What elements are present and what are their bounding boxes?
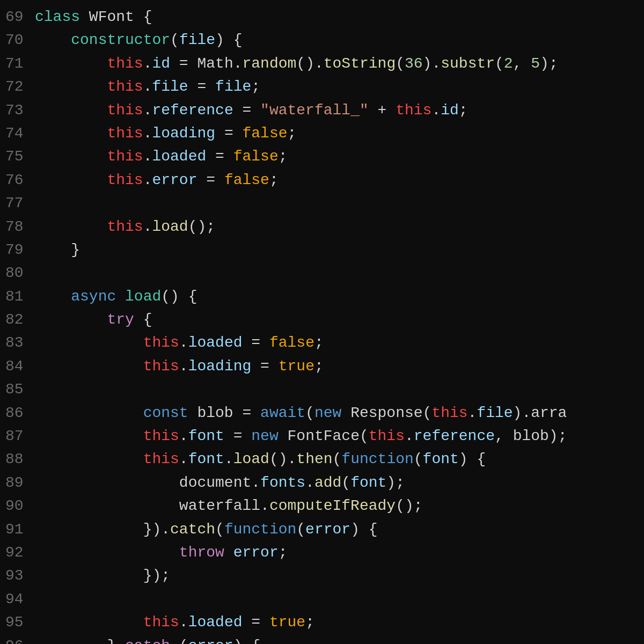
- token-this-prop: this: [431, 405, 467, 421]
- line-number: 86: [5, 401, 35, 425]
- token-plain: [35, 544, 179, 561]
- line-number: 87: [5, 425, 35, 448]
- token-plain: }: [35, 241, 80, 258]
- line-number: 90: [5, 494, 35, 517]
- token-param: fonts: [260, 474, 305, 491]
- line-content: this.loaded = false;: [35, 331, 324, 354]
- token-this-prop: this: [369, 428, 405, 444]
- token-kw-false: false: [233, 148, 279, 165]
- token-plain: ;: [314, 358, 324, 375]
- line-content: [35, 588, 44, 611]
- line-content: this.loading = true;: [35, 355, 324, 378]
- token-param: loading: [188, 358, 252, 375]
- token-param: error: [233, 544, 279, 561]
- token-method-call: load: [233, 451, 269, 467]
- token-plain: ) {: [459, 451, 486, 467]
- token-param: font: [350, 474, 386, 491]
- token-plain: =: [243, 334, 269, 351]
- token-plain: ;: [279, 148, 288, 165]
- line-number: 72: [5, 75, 35, 98]
- token-plain: .: [224, 451, 233, 467]
- code-line: 79 }: [0, 238, 644, 261]
- token-plain: Response(: [350, 405, 431, 421]
- token-kw-false: true: [269, 614, 305, 631]
- token-param: file: [477, 405, 513, 421]
- line-content: this.file = file;: [35, 75, 260, 98]
- token-plain: =: [215, 125, 242, 142]
- code-line: 86 const blob = await(new Response(this.…: [0, 401, 644, 425]
- code-line: 91 }).catch(function(error) {: [0, 518, 644, 541]
- token-plain: [35, 288, 71, 305]
- token-param: file: [215, 78, 251, 95]
- line-content: try {: [35, 308, 152, 331]
- token-param: font: [423, 451, 459, 467]
- line-number: 95: [5, 611, 35, 634]
- line-content: document.fonts.add(font);: [35, 471, 405, 494]
- token-kw-purple: try: [107, 311, 134, 328]
- token-plain: [35, 32, 71, 48]
- token-kw-class: class: [35, 9, 89, 25]
- line-content: this.error = false;: [35, 169, 279, 192]
- token-plain: [35, 55, 107, 72]
- token-method-call: random: [243, 55, 297, 72]
- token-param: error: [152, 172, 197, 188]
- line-content: }: [35, 238, 80, 261]
- token-plain: =: [224, 428, 251, 444]
- token-plain: =: [206, 148, 233, 165]
- token-plain: ().: [296, 55, 323, 72]
- token-num: 36: [405, 55, 423, 72]
- token-param: loaded: [188, 614, 243, 631]
- token-kw-false: false: [224, 172, 269, 188]
- code-line: 94: [0, 588, 644, 611]
- line-content: } catch (error) {: [35, 634, 260, 644]
- token-plain: [35, 451, 143, 467]
- token-plain: .: [143, 55, 152, 72]
- token-param: font: [188, 428, 224, 444]
- token-this-prop: this: [107, 148, 143, 165]
- token-plain: .: [143, 125, 152, 142]
- code-line: 70 constructor(file) {: [0, 28, 644, 52]
- token-param: error: [188, 638, 233, 644]
- line-number: 92: [5, 541, 35, 564]
- line-content: this.font = new FontFace(this.reference,…: [35, 425, 567, 448]
- token-green-fn: constructor: [71, 32, 170, 48]
- token-param: font: [188, 451, 224, 467]
- code-line: 84 this.loading = true;: [0, 355, 644, 378]
- token-plain: .: [143, 102, 152, 119]
- token-plain: ;: [459, 102, 468, 119]
- token-plain: +: [369, 102, 396, 119]
- code-line: 78 this.load();: [0, 215, 644, 238]
- code-line: 80: [0, 261, 644, 284]
- line-number: 79: [5, 238, 35, 261]
- token-this-prop: this: [107, 55, 143, 72]
- token-this-prop: this: [396, 102, 431, 119]
- line-number: 78: [5, 215, 35, 238]
- line-content: waterfall.computeIfReady();: [35, 494, 423, 517]
- token-plain: ();: [396, 497, 422, 514]
- line-number: 81: [5, 285, 35, 308]
- token-this-prop: this: [107, 218, 143, 235]
- token-method-call: load: [152, 218, 188, 235]
- token-plain: .: [468, 405, 477, 421]
- token-plain: ;: [288, 125, 297, 142]
- token-param: loaded: [188, 334, 243, 351]
- token-plain: =: [233, 102, 260, 119]
- line-number: 89: [5, 471, 35, 494]
- code-line: 73 this.reference = "waterfall_" + this.…: [0, 99, 644, 122]
- token-plain: [35, 78, 107, 95]
- token-plain: .: [143, 218, 152, 235]
- code-line: 82 try {: [0, 308, 644, 331]
- token-plain: .: [179, 334, 188, 351]
- token-this-prop: this: [143, 334, 179, 351]
- code-line: 83 this.loaded = false;: [0, 331, 644, 354]
- token-plain: (: [333, 451, 342, 467]
- token-plain: ;: [251, 78, 260, 95]
- token-plain: );: [386, 474, 405, 491]
- token-punct: (: [170, 32, 179, 48]
- token-this-prop: this: [107, 125, 143, 142]
- code-editor: 69class WFont {70 constructor(file) {71 …: [0, 0, 644, 644]
- line-number: 85: [5, 378, 35, 401]
- token-this-prop: this: [143, 614, 179, 631]
- code-line: 71 this.id = Math.random().toString(36).…: [0, 52, 644, 75]
- line-content: this.font.load().then(function(font) {: [35, 448, 486, 471]
